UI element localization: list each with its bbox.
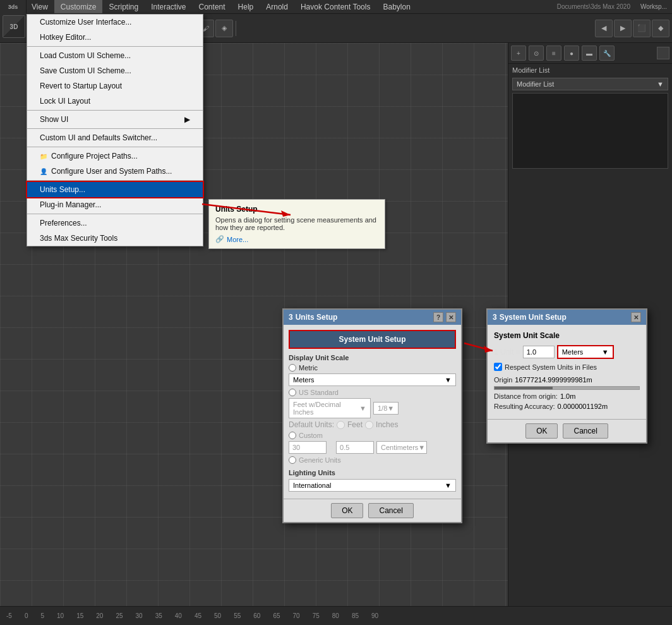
feet-radio[interactable] — [337, 421, 345, 429]
unit-value-input[interactable] — [523, 346, 555, 358]
metric-label: Metric — [299, 364, 318, 372]
ruler-mark: 25 — [116, 612, 123, 619]
sys-dialog-titlebar: 3 System Unit Setup ✕ — [488, 310, 646, 325]
dialog-close-btn[interactable]: ✕ — [446, 312, 456, 322]
respect-units-checkbox[interactable] — [494, 363, 502, 371]
ruler-mark: 75 — [313, 612, 320, 619]
fraction-arrow: ▼ — [387, 404, 394, 412]
respect-units-row: Respect System Units in Files — [494, 363, 640, 371]
sys-ok-btn[interactable]: OK — [525, 423, 558, 439]
menu-item-config-project[interactable]: 📁 Configure Project Paths... — [27, 149, 203, 164]
tooltip-units-setup: Units Setup Opens a dialog for setting s… — [208, 199, 385, 249]
color-swatch[interactable] — [657, 47, 669, 59]
dialog-window-controls: ? ✕ — [433, 312, 456, 322]
menu-scripting[interactable]: Scripting — [102, 0, 145, 13]
units-cancel-btn[interactable]: Cancel — [368, 503, 413, 518]
ruler-mark: 20 — [96, 612, 103, 619]
custom-unit-arrow: ▼ — [418, 444, 425, 451]
menu-item-save-scheme[interactable]: Save Custom UI Scheme... — [27, 63, 203, 78]
panel-btn-list[interactable]: ≡ — [546, 46, 561, 61]
ruler-mark: 65 — [273, 612, 280, 619]
menu-item-plugin-manager[interactable]: Plug-in Manager... — [27, 197, 203, 212]
units-ok-btn[interactable]: OK — [331, 503, 363, 518]
metric-radio-group: Metric Meters ▼ — [289, 364, 456, 386]
menu-havok[interactable]: Havok Content Tools — [294, 0, 377, 13]
custom-eq-sign: = — [329, 443, 333, 452]
lighting-units-section: Lighting Units International ▼ — [289, 469, 456, 492]
ruler-mark: 60 — [253, 612, 260, 619]
distance-row: Distance from origin: 1.0m — [494, 392, 640, 400]
menu-customize[interactable]: Customize — [54, 0, 103, 13]
us-standard-radio[interactable] — [289, 389, 296, 396]
toolbar-btn-r1[interactable]: ◀ — [595, 20, 613, 37]
unit-type-dropdown[interactable]: Meters ▼ — [557, 345, 614, 359]
sys-dialog-content: System Unit Scale 1 Unit = Meters ▼ Resp… — [488, 325, 646, 419]
menu-item-preferences[interactable]: Preferences... — [27, 215, 203, 231]
origin-row: Origin 16777214.9999999981m — [494, 376, 640, 384]
folder-icon: 📁 — [40, 153, 47, 160]
submenu-arrow-icon: ▶ — [184, 115, 190, 124]
fraction-dropdown[interactable]: 1/8 ▼ — [373, 402, 399, 415]
dialog-help-btn[interactable]: ? — [433, 312, 443, 322]
menu-view[interactable]: View — [25, 0, 54, 13]
menu-item-label: Save Custom UI Scheme... — [40, 66, 131, 75]
menu-item-show-ui[interactable]: Show UI ▶ — [27, 112, 203, 127]
toolbar-btn-r3[interactable]: ⬛ — [633, 20, 651, 37]
sys-cancel-btn[interactable]: Cancel — [563, 423, 608, 439]
menu-babylon[interactable]: Babylon — [376, 0, 416, 13]
menu-content[interactable]: Content — [193, 0, 232, 13]
menu-item-label: Load Custom UI Scheme... — [40, 51, 131, 60]
menubar: 3ds View Customize Scripting Interactive… — [0, 0, 672, 14]
ruler-mark: 50 — [214, 612, 221, 619]
ruler-mark: 90 — [371, 612, 378, 619]
toolbar-btn-r4[interactable]: ◆ — [652, 20, 669, 37]
custom-radio[interactable] — [289, 432, 296, 439]
right-panel-toolbar: + ⊙ ≡ ● ▬ 🔧 — [508, 43, 672, 64]
system-unit-setup-btn[interactable]: System Unit Setup — [289, 330, 456, 349]
menu-item-custom-defaults[interactable]: Custom UI and Defaults Switcher... — [27, 130, 203, 145]
generic-radio[interactable] — [289, 456, 296, 464]
sys-dialog-controls: ✕ — [631, 312, 641, 322]
modifier-list-value: Modifier List — [517, 80, 554, 88]
menu-arnold[interactable]: Arnold — [260, 0, 294, 13]
panel-btn-wrench[interactable]: 🔧 — [599, 46, 615, 61]
custom-val2-input[interactable] — [336, 441, 374, 454]
units-dialog-title: Units Setup — [296, 313, 338, 322]
tooltip-more-link[interactable]: 🔗 More... — [215, 235, 378, 243]
menu-help[interactable]: Help — [232, 0, 260, 13]
custom-val1-input[interactable] — [289, 441, 327, 454]
us-unit-dropdown[interactable]: Feet w/Decimal Inches ▼ — [289, 398, 371, 418]
menu-item-hotkey[interactable]: Hotkey Editor... — [27, 30, 203, 45]
inches-radio[interactable] — [365, 421, 373, 429]
menu-item-customize-ui[interactable]: Customize User Interface... — [27, 15, 203, 30]
lighting-unit-dropdown[interactable]: International ▼ — [289, 479, 456, 492]
panel-btn-plus[interactable]: + — [511, 46, 526, 61]
menu-item-load-scheme[interactable]: Load Custom UI Scheme... — [27, 48, 203, 63]
sys-dialog-icon: 3 — [493, 313, 497, 322]
panel-btn-screen[interactable]: ▬ — [582, 46, 597, 61]
app-logo: 3ds — [0, 0, 27, 14]
units-dialog-titlebar: 3 Units Setup ? ✕ — [284, 310, 461, 325]
panel-btn-target[interactable]: ⊙ — [529, 46, 544, 61]
units-dialog-content: System Unit Setup Display Unit Scale Met… — [284, 325, 461, 499]
custom-unit-dropdown[interactable]: Centimeters ▼ — [376, 441, 427, 454]
menu-item-config-user[interactable]: 👤 Configure User and System Paths... — [27, 164, 203, 179]
metric-unit-dropdown[interactable]: Meters ▼ — [289, 373, 456, 386]
toolbar-btn-shape[interactable]: ◈ — [215, 20, 233, 37]
metric-radio[interactable] — [289, 364, 296, 372]
lighting-dropdown-arrow: ▼ — [445, 482, 452, 489]
menu-item-revert[interactable]: Revert to Startup Layout — [27, 78, 203, 94]
distance-label: Distance from origin: — [494, 392, 558, 400]
separator — [27, 110, 203, 111]
respect-units-label: Respect System Units in Files — [505, 363, 597, 371]
custom-label: Custom — [299, 432, 323, 439]
menu-interactive[interactable]: Interactive — [145, 0, 192, 13]
menu-item-units-setup[interactable]: Units Setup... — [27, 182, 203, 197]
modifier-list-dropdown[interactable]: Modifier List ▼ — [512, 78, 668, 90]
sys-close-btn[interactable]: ✕ — [631, 312, 641, 322]
ruler-mark: 10 — [57, 612, 64, 619]
menu-item-lock[interactable]: Lock UI Layout — [27, 94, 203, 109]
menu-item-security[interactable]: 3ds Max Security Tools — [27, 231, 203, 246]
panel-btn-circle[interactable]: ● — [564, 46, 579, 61]
toolbar-btn-r2[interactable]: ▶ — [614, 20, 632, 37]
